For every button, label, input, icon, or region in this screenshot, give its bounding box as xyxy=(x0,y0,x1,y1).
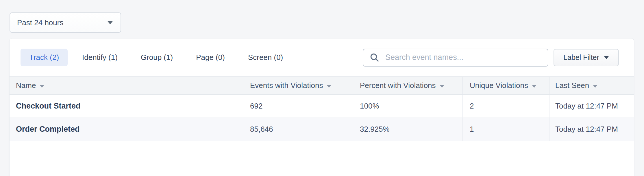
percent-with-violations-cell: 100% xyxy=(353,95,463,118)
chevron-down-icon xyxy=(604,56,609,59)
column-header-unique-violations[interactable]: Unique Violations xyxy=(463,77,549,94)
last-seen-cell: Today at 12:47 PM xyxy=(549,118,634,141)
tab-group[interactable]: Group (1) xyxy=(132,49,182,66)
table-row-checkout-started[interactable]: Checkout Started 692 100% 2 Today at 12:… xyxy=(10,95,634,118)
column-header-name[interactable]: Name xyxy=(10,77,243,94)
search-icon xyxy=(370,53,380,63)
violations-panel: Track (2) Identify (1) Group (1) Page (0… xyxy=(9,38,634,176)
table-header: Name Events with Violations Percent with… xyxy=(10,76,634,95)
table-row-order-completed[interactable]: Order Completed 85,646 32.925% 1 Today a… xyxy=(10,118,634,141)
sort-caret-icon xyxy=(532,85,536,88)
last-seen-cell: Today at 12:47 PM xyxy=(549,95,634,118)
column-header-events-with-violations[interactable]: Events with Violations xyxy=(243,77,353,94)
sort-caret-icon xyxy=(40,85,44,88)
search-input[interactable] xyxy=(385,53,541,62)
tab-page[interactable]: Page (0) xyxy=(187,49,234,66)
event-name-cell: Order Completed xyxy=(10,118,243,141)
sort-caret-icon xyxy=(593,85,597,88)
chevron-down-icon xyxy=(107,21,113,24)
events-with-violations-cell: 85,646 xyxy=(243,118,353,141)
unique-violations-cell: 2 xyxy=(463,95,549,118)
label-filter-button[interactable]: Label Filter xyxy=(554,49,619,66)
event-name-cell: Checkout Started xyxy=(10,95,243,118)
tab-track[interactable]: Track (2) xyxy=(21,49,68,66)
time-range-value: Past 24 hours xyxy=(17,18,63,27)
label-filter-text: Label Filter xyxy=(563,53,599,62)
time-range-select[interactable]: Past 24 hours xyxy=(10,12,121,33)
unique-violations-cell: 1 xyxy=(463,118,549,141)
column-header-last-seen[interactable]: Last Seen xyxy=(549,77,634,94)
sort-caret-icon xyxy=(440,85,444,88)
percent-with-violations-cell: 32.925% xyxy=(353,118,463,141)
events-with-violations-cell: 692 xyxy=(243,95,353,118)
tab-screen[interactable]: Screen (0) xyxy=(239,49,292,66)
sort-caret-icon xyxy=(327,85,331,88)
event-search xyxy=(363,49,548,67)
event-type-tabs: Track (2) Identify (1) Group (1) Page (0… xyxy=(21,49,292,66)
column-header-percent-with-violations[interactable]: Percent with Violations xyxy=(353,77,463,94)
panel-toolbar: Track (2) Identify (1) Group (1) Page (0… xyxy=(10,38,634,76)
tab-identify[interactable]: Identify (1) xyxy=(73,49,126,66)
